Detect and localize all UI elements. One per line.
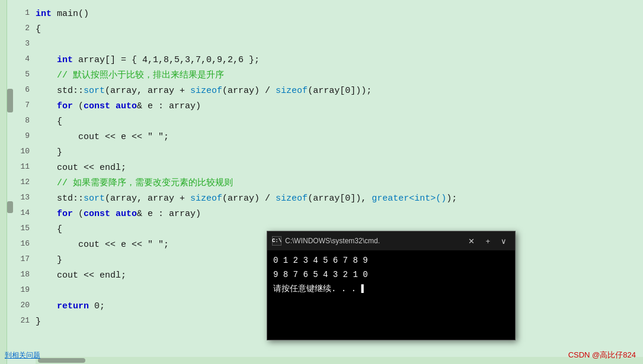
code-text: return 0; [36, 299, 105, 314]
code-line: 4 int array[] = { 4,1,8,5,3,7,0,9,2,6 }; [36, 53, 643, 69]
line-number: 4 [6, 53, 30, 66]
horizontal-scrollbar[interactable] [36, 357, 643, 364]
line-number: 1 [6, 7, 30, 20]
line-number: 13 [6, 192, 30, 204]
code-line: 9 cout << e << " "; [36, 130, 643, 146]
code-text: // 默认按照小于比较，排出来结果是升序 [36, 69, 224, 83]
editor-container: 1int main()2{34 int array[] = { 4,1,8,5,… [0, 0, 643, 364]
cmd-window: C:\ C:\WINDOWS\system32\cmd. ✕ + ∨ 0 1 2… [267, 231, 516, 340]
code-text: cout << e << " "; [36, 238, 169, 252]
code-line: 2{ [36, 22, 643, 38]
code-text: for (const auto& e : array) [36, 207, 201, 221]
code-line: 14 for (const auto& e : array) [36, 207, 643, 223]
code-line: 1int main() [36, 7, 643, 22]
watermark: CSDN @高比仔824 [568, 350, 636, 360]
line-number: 20 [6, 299, 30, 312]
code-text: { [36, 223, 62, 237]
code-line: 5 // 默认按照小于比较，排出来结果是升序 [36, 69, 643, 84]
code-text: { [36, 115, 62, 129]
line-number: 2 [6, 22, 30, 35]
code-text: for (const auto& e : array) [36, 99, 201, 114]
code-text: } [36, 315, 41, 329]
scrollbar-thumb[interactable] [38, 358, 85, 363]
code-line: 12 // 如果需要降序，需要改变元素的比较规则 [36, 176, 643, 192]
code-text: int array[] = { 4,1,8,5,3,7,0,9,2,6 }; [36, 53, 260, 67]
code-line: 8 { [36, 115, 643, 130]
code-line: 10 } [36, 146, 643, 161]
cmd-output-1: 0 1 2 3 4 5 6 7 8 9 [273, 254, 509, 268]
code-text: } [36, 146, 62, 160]
line-number: 17 [6, 253, 30, 266]
line-number: 14 [6, 207, 30, 220]
line-number: 10 [6, 146, 30, 158]
cmd-body: 0 1 2 3 4 5 6 7 8 9 9 8 7 6 5 4 3 2 1 0 … [267, 250, 515, 299]
line-number: 3 [6, 38, 30, 50]
code-text: std::sort(array, array + sizeof(array) /… [36, 192, 457, 206]
line-number: 12 [6, 176, 30, 189]
line-number: 18 [6, 269, 30, 281]
cmd-close-btn[interactable]: ✕ [465, 234, 478, 248]
cmd-icon: C:\ [272, 236, 281, 246]
line-number: 9 [6, 130, 30, 143]
cmd-output-2: 9 8 7 6 5 4 3 2 1 0 [273, 268, 509, 282]
cmd-titlebar: C:\ C:\WINDOWS\system32\cmd. ✕ + ∨ [267, 231, 515, 250]
line-number: 16 [6, 238, 30, 250]
cmd-dropdown-btn[interactable]: ∨ [497, 234, 510, 248]
code-text: } [36, 253, 62, 268]
line-number: 11 [6, 161, 30, 173]
code-line: 6 std::sort(array, array + sizeof(array)… [36, 84, 643, 99]
cmd-title-text: C:\WINDOWS\system32\cmd. [285, 237, 461, 245]
code-text: { [36, 22, 41, 37]
cmd-new-tab-btn[interactable]: + [482, 234, 494, 248]
line-number: 15 [6, 223, 30, 235]
code-text: std::sort(array, array + sizeof(array) /… [36, 84, 372, 98]
line-number: 7 [6, 99, 30, 112]
line-number: 8 [6, 115, 30, 127]
code-line: 7 for (const auto& e : array) [36, 99, 643, 115]
code-text: int main() [36, 7, 89, 21]
line-number: 6 [6, 84, 30, 96]
code-line: 11 cout << endl; [36, 161, 643, 176]
bottom-link[interactable]: 到相关问题 [5, 350, 40, 360]
code-text: cout << endl; [36, 269, 126, 283]
code-text: cout << endl; [36, 161, 126, 175]
line-number: 5 [6, 69, 30, 81]
code-line: 13 std::sort(array, array + sizeof(array… [36, 192, 643, 207]
line-number: 21 [6, 315, 30, 327]
cmd-output-3: 请按任意键继续. . . ▌ [273, 282, 509, 297]
code-text: cout << e << " "; [36, 130, 169, 144]
code-line: 3 [36, 38, 643, 53]
code-text: // 如果需要降序，需要改变元素的比较规则 [36, 176, 233, 191]
line-number: 19 [6, 284, 30, 297]
